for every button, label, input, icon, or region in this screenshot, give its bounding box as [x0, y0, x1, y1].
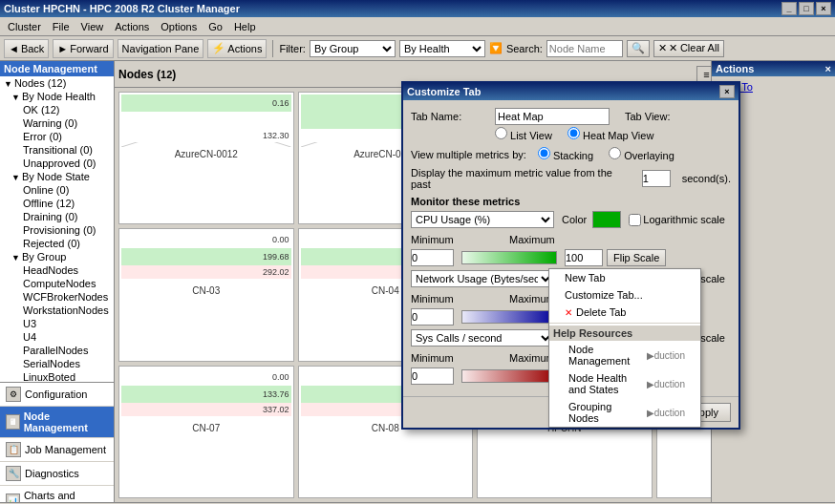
sidebar-item-by-group[interactable]: ▼By Group — [0, 250, 114, 263]
overlaying-radio-label[interactable]: Overlaying — [609, 147, 674, 161]
sidebar-item-serialnodes[interactable]: SerialNodes — [0, 357, 114, 370]
context-delete-tab[interactable]: ✕ Delete Tab — [549, 304, 700, 321]
view-multiple-row: View multiple metrics by: Stacking Overl… — [411, 147, 731, 161]
forward-button[interactable]: ► Forward — [53, 39, 113, 58]
metric-1-min-input[interactable] — [411, 249, 454, 266]
back-button[interactable]: ◄ Back — [4, 39, 49, 58]
search-input[interactable] — [546, 40, 623, 57]
sidebar-item-u3[interactable]: U3 — [0, 317, 114, 330]
display-max-unit: second(s). — [682, 173, 731, 184]
context-node-management[interactable]: Node Management ▶duction — [549, 341, 700, 369]
actions-close-button[interactable]: × — [825, 63, 831, 74]
sidebar-item-transitional[interactable]: Transitional (0) — [0, 143, 114, 157]
menu-options[interactable]: Options — [155, 17, 203, 35]
context-grouping-nodes[interactable]: Grouping Nodes ▶duction — [549, 398, 700, 427]
dialog-close-button[interactable]: × — [719, 85, 735, 98]
sidebar-item-nodes[interactable]: ▼Nodes (12) — [0, 76, 114, 90]
nav-pane-button[interactable]: Navigation Pane — [118, 39, 204, 58]
context-new-tab[interactable]: New Tab — [549, 269, 700, 286]
display-max-input[interactable] — [642, 170, 671, 187]
tab-name-input[interactable] — [495, 108, 610, 125]
sidebar-item-ok[interactable]: OK (12) — [0, 103, 114, 116]
menu-go[interactable]: Go — [203, 17, 228, 35]
sidebar-item-u4[interactable]: U4 — [0, 330, 114, 344]
metric-1-max-input[interactable] — [565, 249, 603, 266]
sidebar-nav-diagnostics[interactable]: 🔧 Diagnostics — [0, 462, 114, 486]
stacking-radio[interactable] — [538, 147, 550, 159]
metric-1-minmax-row: Minimum Maximum — [411, 234, 731, 245]
clear-icon: ✕ — [658, 42, 667, 54]
filter-group-select[interactable]: By Group — [310, 40, 396, 57]
forward-icon: ► — [57, 43, 68, 54]
metric-1-log-checkbox[interactable] — [629, 214, 641, 226]
menu-view[interactable]: View — [75, 17, 110, 35]
tab-view-label: Tab View: — [625, 111, 671, 122]
filter-icon: 🔽 — [489, 42, 503, 54]
sidebar-nav-job-management[interactable]: 📋 Job Management — [0, 438, 114, 462]
actions-toolbar-button[interactable]: ⚡ Actions — [207, 39, 267, 58]
sidebar-item-computenodes[interactable]: ComputeNodes — [0, 277, 114, 290]
list-view-radio[interactable] — [495, 127, 507, 139]
actions-header: Actions × — [712, 61, 835, 76]
sidebar-item-draining[interactable]: Draining (0) — [0, 210, 114, 223]
sidebar-item-wcfbrokernodes[interactable]: WCFBrokerNodes — [0, 290, 114, 304]
clear-all-button[interactable]: ✕ ✕ Clear All — [653, 40, 724, 57]
nodes-title: Nodes (12) — [118, 68, 176, 81]
sidebar-nav-node-management[interactable]: 🖥 Node Management — [0, 407, 114, 438]
display-max-row: Display the maximum metric value from th… — [411, 167, 731, 190]
job-management-icon: 📋 — [6, 442, 21, 457]
metric-1-color-button[interactable] — [592, 211, 621, 228]
sidebar-item-error[interactable]: Error (0) — [0, 130, 114, 143]
sidebar-item-linuxboted[interactable]: LinuxBoted — [0, 370, 114, 382]
context-customize-tab[interactable]: Customize Tab... — [549, 286, 700, 304]
search-button[interactable]: 🔍 — [627, 40, 650, 57]
metric-2-min-input[interactable] — [411, 308, 454, 326]
sidebar-item-workstationnodes[interactable]: WorkstationNodes — [0, 304, 114, 317]
search-label: Search: — [506, 43, 543, 54]
sidebar-item-unapproved[interactable]: Unapproved (0) — [0, 157, 114, 170]
metric-1-select[interactable]: CPU Usage (%) — [411, 211, 554, 228]
sidebar-nav-configuration[interactable]: ⚙ Configuration — [0, 383, 114, 407]
metric-1-flip-button[interactable]: Flip Scale — [607, 249, 666, 266]
title-bar: Cluster HPCHN - HPC 2008 R2 Cluster Mana… — [0, 0, 835, 17]
sidebar-item-by-node-state[interactable]: ▼By Node State — [0, 170, 114, 183]
node-name-cn03: CN-03 — [121, 285, 291, 296]
sidebar-item-offline[interactable]: Offline (12) — [0, 197, 114, 210]
menu-file[interactable]: File — [47, 17, 75, 35]
metric-2-select[interactable]: Network Usage (Bytes/second) — [411, 270, 554, 287]
overlaying-radio[interactable] — [609, 147, 621, 159]
menu-actions[interactable]: Actions — [109, 17, 155, 35]
menu-help[interactable]: Help — [228, 17, 262, 35]
actions-title: Actions — [716, 63, 754, 74]
list-view-radio-label[interactable]: List View — [495, 127, 552, 141]
dialog-tab-name-row: Tab Name: Tab View: — [411, 108, 731, 125]
sidebar-item-provisioning[interactable]: Provisioning (0) — [0, 223, 114, 237]
menu-cluster[interactable]: Cluster — [2, 17, 47, 35]
sidebar-item-headnodes[interactable]: HeadNodes — [0, 263, 114, 277]
filter-health-select[interactable]: By Health — [399, 40, 485, 57]
sidebar-nav: ⚙ Configuration 🖥 Node Management 📋 Job … — [0, 382, 114, 502]
sidebar-item-warning[interactable]: Warning (0) — [0, 116, 114, 130]
metric-1-log-label[interactable]: Logarithmic scale — [629, 214, 725, 226]
metric-3-select[interactable]: Sys Calls / second — [411, 329, 554, 346]
sidebar-item-by-node-health[interactable]: ▼By Node Health — [0, 90, 114, 103]
app-title: Cluster HPCHN - HPC 2008 R2 Cluster Mana… — [4, 3, 240, 14]
monitor-metrics-label: Monitor these metrics — [411, 196, 731, 207]
dialog-view-options-row: List View Heat Map View — [495, 127, 731, 141]
context-help-resources-label: Help Resources — [549, 326, 700, 341]
node-cell-cn03: 0.00 199.68 292.02 CN-03 — [118, 228, 294, 361]
heatmap-view-radio[interactable] — [567, 127, 580, 139]
sidebar-item-parallelnodes[interactable]: ParallelNodes — [0, 344, 114, 357]
heatmap-view-radio-label[interactable]: Heat Map View — [567, 127, 653, 141]
context-node-health[interactable]: Node Health and States ▶duction — [549, 369, 700, 398]
metric-1-row: CPU Usage (%) Color Logarithmic scale — [411, 211, 731, 228]
dialog-title: Customize Tab — [407, 86, 481, 97]
close-button[interactable]: × — [816, 2, 831, 15]
sidebar-item-online[interactable]: Online (0) — [0, 183, 114, 197]
metric-3-min-input[interactable] — [411, 368, 454, 385]
stacking-radio-label[interactable]: Stacking — [538, 147, 593, 161]
sidebar-nav-charts[interactable]: 📊 Charts and Reports — [0, 486, 114, 502]
minimize-button[interactable]: _ — [781, 2, 797, 15]
sidebar-item-rejected[interactable]: Rejected (0) — [0, 237, 114, 250]
maximize-button[interactable]: □ — [799, 2, 814, 15]
